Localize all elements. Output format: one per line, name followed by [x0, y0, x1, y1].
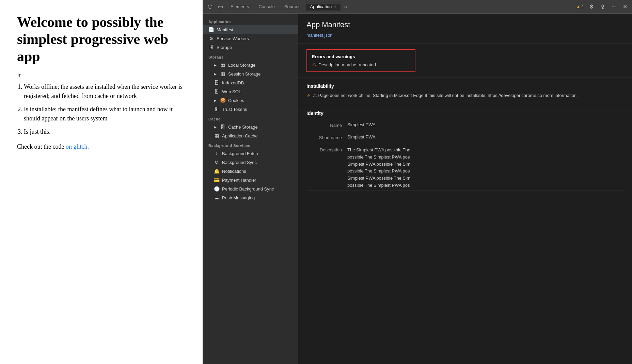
push-messaging-label: Push Messaging [222, 195, 255, 200]
sidebar-item-periodic-background-sync[interactable]: 🕐 Periodic Background Sync [203, 184, 298, 193]
desc-line-1: The Simplest PWA possible The [347, 147, 624, 154]
background-sync-icon: ↻ [214, 160, 219, 165]
truncation-warning-text: Description may be truncated. [318, 62, 377, 67]
content-title: App Manifest [306, 20, 624, 29]
tab-application[interactable]: Application × [306, 3, 341, 11]
cache-storage-label: Cache Storage [228, 125, 258, 130]
sidebar-item-application-cache[interactable]: ▦ Application Cache [203, 131, 298, 140]
name-label: Name [306, 122, 347, 131]
indexeddb-label: IndexedDB [222, 80, 244, 85]
session-storage-label: Session Storage [228, 71, 260, 77]
installability-section: Installability ⚠ ⚠ Page does not work of… [298, 78, 632, 105]
local-storage-db-icon: ▦ [220, 62, 225, 68]
sidebar-item-push-messaging[interactable]: ☁ Push Messaging [203, 193, 298, 202]
desc-line-5: Simplest PWA possible The Sim [347, 175, 624, 182]
short-name-value: Simplest PWA [347, 134, 624, 144]
warning-triangle-icon: ⚠ [312, 62, 316, 67]
session-storage-db-icon: ▦ [220, 71, 225, 77]
list-item: Is just this. [24, 127, 186, 136]
installability-warning-text: ⚠ Page does not work offline. Starting i… [313, 92, 578, 99]
glitch-link[interactable]: on glitch [66, 143, 88, 150]
notifications-label: Notifications [222, 169, 246, 174]
errors-section: Errors and warnings ⚠ Description may be… [298, 44, 632, 78]
payment-handler-icon: 💳 [214, 177, 219, 183]
manifest-json-link[interactable]: manifest.json [306, 33, 333, 38]
more-options-button[interactable]: ··· [610, 2, 618, 11]
expand-cookies-icon: ▶ [214, 99, 217, 102]
trust-tokens-label: Trust Tokens [222, 107, 247, 112]
content-header: App Manifest manifest.json [298, 14, 632, 44]
list-item: Works offline; the assets are installed … [24, 82, 186, 101]
identity-name-row: Name Simplest PWA [306, 121, 624, 133]
sidebar-section-background-services: Background Services [203, 140, 298, 149]
sidebar-item-local-storage[interactable]: ▶ ▦ Local Storage [203, 61, 298, 69]
more-tabs-button[interactable]: » [342, 2, 349, 11]
periodic-background-sync-label: Periodic Background Sync [222, 186, 274, 192]
feature-list: Works offline; the assets are installed … [17, 82, 186, 136]
main-content-panel: App Manifest manifest.json Errors and wa… [298, 14, 632, 364]
web-sql-label: Web SQL [222, 89, 241, 94]
name-value: Simplest PWA [347, 122, 624, 131]
tab-console[interactable]: Console [254, 3, 279, 11]
check-text: Check out the code on glitch. [17, 143, 186, 150]
cursor-icon[interactable]: ⬡ [206, 2, 215, 11]
dock-icon[interactable]: ⚴ [599, 2, 607, 11]
tab-bar: ⬡ ▭ Elements Console Sources Application… [203, 0, 632, 14]
page-heading: Welcome to possibly the simplest progres… [17, 14, 186, 65]
sidebar-item-service-workers[interactable]: ⚙ Service Workers [203, 34, 298, 43]
webpage-pane: Welcome to possibly the simplest progres… [0, 0, 203, 364]
background-fetch-label: Background Fetch [222, 151, 258, 156]
service-workers-label: Service Workers [217, 36, 249, 41]
expand-local-storage-icon: ▶ [214, 63, 217, 67]
sidebar-item-manifest[interactable]: 📄 Manifest [203, 25, 298, 34]
warnings-badge[interactable]: ▲ 1 [576, 4, 584, 9]
storage-icon: 🗄 [208, 45, 214, 50]
identity-short-name-row: Short name Simplest PWA [306, 133, 624, 145]
truncation-warning: ⚠ Description may be truncated. [312, 62, 410, 67]
sidebar-item-indexeddb[interactable]: 🗄 IndexedDB [203, 78, 298, 87]
list-item: Is installable; the manifest defines wha… [24, 105, 186, 123]
background-sync-label: Background Sync [222, 160, 257, 165]
local-storage-label: Local Storage [228, 63, 255, 68]
identity-section: Identity Name Simplest PWA Short name Si… [298, 105, 632, 196]
sidebar-section-application: Application [203, 16, 298, 25]
sidebar-item-web-sql[interactable]: 🗄 Web SQL [203, 87, 298, 96]
sidebar-item-storage[interactable]: 🗄 Storage [203, 43, 298, 52]
periodic-background-sync-icon: 🕐 [214, 186, 219, 192]
desc-line-4: possible The Simplest PWA pos [347, 168, 624, 175]
trust-tokens-icon: 🗄 [214, 106, 219, 112]
sidebar-item-cookies[interactable]: ▶ 🍪 Cookies [203, 96, 298, 105]
manifest-label: Manifest [217, 27, 233, 32]
sidebar-item-payment-handler[interactable]: 💳 Payment Handler [203, 176, 298, 184]
expand-session-storage-icon: ▶ [214, 72, 217, 76]
tab-close-button[interactable]: × [334, 5, 336, 9]
sidebar-item-session-storage[interactable]: ▶ ▦ Session Storage [203, 69, 298, 78]
web-sql-icon: 🗄 [214, 89, 219, 94]
application-cache-icon: ▦ [214, 133, 219, 138]
devtools-panel: ⬡ ▭ Elements Console Sources Application… [203, 0, 632, 364]
sidebar: Application 📄 Manifest ⚙ Service Workers… [203, 14, 298, 364]
sidebar-item-notifications[interactable]: 🔔 Notifications [203, 167, 298, 176]
devtools-body: Application 📄 Manifest ⚙ Service Workers… [203, 14, 632, 364]
identity-heading: Identity [306, 111, 624, 116]
background-fetch-icon: ↕ [214, 151, 219, 156]
errors-box: Errors and warnings ⚠ Description may be… [306, 49, 415, 72]
sidebar-item-background-fetch[interactable]: ↕ Background Fetch [203, 149, 298, 158]
tab-sources[interactable]: Sources [280, 3, 305, 11]
close-devtools-button[interactable]: ✕ [621, 2, 629, 11]
intro-text: It [17, 72, 186, 79]
cookies-label: Cookies [228, 98, 244, 103]
tab-elements[interactable]: Elements [226, 3, 253, 11]
settings-icon[interactable]: ⚙ [587, 2, 596, 11]
installability-warning: ⚠ ⚠ Page does not work offline. Starting… [306, 92, 624, 99]
sidebar-item-background-sync[interactable]: ↻ Background Sync [203, 158, 298, 167]
sidebar-item-cache-storage[interactable]: ▶ 🗄 Cache Storage [203, 122, 298, 131]
notifications-icon: 🔔 [214, 168, 219, 174]
installability-warning-icon: ⚠ [306, 92, 311, 99]
push-messaging-icon: ☁ [214, 195, 219, 200]
tab-bar-right: ▲ 1 ⚙ ⚴ ··· ✕ [576, 2, 629, 11]
sidebar-item-trust-tokens[interactable]: 🗄 Trust Tokens [203, 105, 298, 114]
application-cache-label: Application Cache [222, 133, 258, 138]
device-icon[interactable]: ▭ [216, 2, 225, 11]
desc-line-2: possible The Simplest PWA pos [347, 154, 624, 161]
